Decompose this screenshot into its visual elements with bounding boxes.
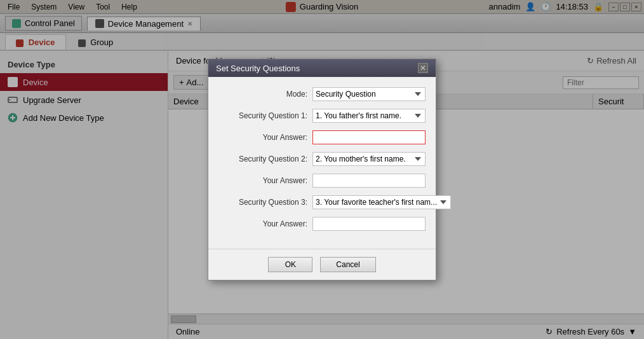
mode-row: Mode: Security Question: [218, 87, 426, 101]
a3-label: Your Answer:: [218, 219, 307, 228]
a3-input[interactable]: [312, 217, 426, 231]
a2-input[interactable]: [312, 174, 426, 188]
cancel-button[interactable]: Cancel: [320, 257, 375, 272]
q3-select[interactable]: 3. Your favorite teacher's first nam...: [312, 195, 451, 209]
q1-label: Security Question 1:: [218, 111, 307, 120]
q1-row: Security Question 1: 1. You father's fir…: [218, 109, 426, 123]
dialog-body: Mode: Security Question Security Questio…: [208, 77, 436, 249]
ok-button[interactable]: OK: [268, 257, 312, 272]
dialog-header: Set Security Questions ✕: [208, 59, 436, 77]
q3-row: Security Question 3: 3. Your favorite te…: [218, 195, 426, 209]
q2-row: Security Question 2: 2. You mother's fir…: [218, 152, 426, 166]
dialog-close-button[interactable]: ✕: [418, 63, 428, 73]
a2-row: Your Answer:: [218, 174, 426, 188]
q3-label: Security Question 3:: [218, 198, 307, 207]
a3-row: Your Answer:: [218, 217, 426, 231]
a2-label: Your Answer:: [218, 176, 307, 185]
dialog-footer: OK Cancel: [208, 249, 436, 280]
a1-row: Your Answer:: [218, 130, 426, 144]
dialog-overlay: Set Security Questions ✕ Mode: Security …: [0, 0, 644, 339]
a1-input[interactable]: [312, 130, 426, 144]
a1-label: Your Answer:: [218, 133, 307, 142]
dialog-title: Set Security Questions: [216, 64, 300, 73]
mode-select[interactable]: Security Question: [312, 87, 426, 101]
q2-select[interactable]: 2. You mother's first name.: [312, 152, 426, 166]
mode-label: Mode:: [218, 90, 307, 99]
security-questions-dialog: Set Security Questions ✕ Mode: Security …: [208, 59, 436, 280]
q1-select[interactable]: 1. You father's first name.: [312, 109, 426, 123]
q2-label: Security Question 2:: [218, 155, 307, 163]
